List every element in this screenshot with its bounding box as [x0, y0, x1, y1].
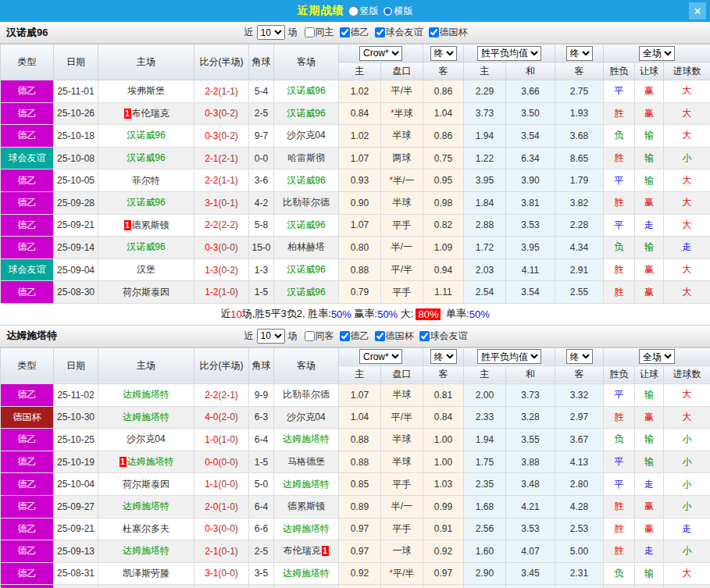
corners-cell: 1-3: [249, 258, 274, 281]
avg-lose-cell: 2.97: [555, 406, 604, 429]
odds-time-select[interactable]: 终: [430, 349, 457, 364]
goals-result-cell: 小: [664, 540, 710, 563]
dropdown-header-cell: 终: [555, 45, 604, 62]
avg-win-cell: 1.60: [464, 540, 506, 563]
team-name: 杜塞尔多夫: [123, 523, 169, 534]
home-odds-cell: 0.84: [339, 102, 381, 125]
dropdown-header-cell: 终: [423, 347, 464, 365]
match-date-cell: 25-10-05: [54, 169, 98, 192]
home-team-cell: 汉诺威96: [98, 147, 194, 169]
match-row: 德乙25-10-261布伦瑞克0-3(0-2)2-5汉诺威960.84*半球1.…: [1, 102, 710, 125]
odds-time-select[interactable]: 终: [430, 46, 457, 61]
match-date-cell: 25-09-28: [54, 191, 98, 214]
avg-win-cell: 3.73: [464, 102, 506, 125]
team-name: 菲尔特: [132, 175, 160, 186]
league-checkbox[interactable]: [419, 331, 430, 341]
match-row: 德乙25-11-02达姆施塔特2-2(2-1)9-9比勒菲尔德1.07半球0.8…: [1, 383, 710, 406]
wdl-time-select[interactable]: 终: [566, 349, 593, 364]
away-odds-cell: 0.94: [423, 258, 464, 281]
layout-vertical-option[interactable]: 竖版: [348, 5, 379, 18]
full-match-select[interactable]: 全场: [639, 349, 675, 364]
dropdown-header-cell: Crow*: [339, 347, 423, 365]
league-type-cell: 德乙: [1, 237, 54, 259]
wdl-avg-select[interactable]: 胜平负均值: [477, 46, 541, 61]
league-checkbox[interactable]: [340, 27, 350, 37]
vertical-radio[interactable]: [348, 6, 359, 16]
away-team-cell: 汉诺威96: [274, 102, 339, 125]
corners-cell: 1-5: [249, 281, 274, 304]
home-odds-cell: 0.79: [339, 281, 381, 304]
league-type-cell: 德乙: [1, 473, 54, 496]
team-name: 埃弗斯堡: [127, 85, 165, 96]
match-filter: 近10场同客德乙德国杯球会友谊: [243, 329, 468, 344]
league-type-cell: 球会友谊: [1, 258, 54, 281]
home-odds-cell: 0.97: [339, 518, 381, 540]
goals-result-cell: 大: [664, 562, 710, 585]
wdl-time-select[interactable]: 终: [566, 46, 593, 61]
league-type-cell: 球会友谊: [1, 147, 54, 169]
home-team-cell: 杜塞尔多夫: [98, 518, 194, 540]
league-filter-label: 球会友谊: [430, 330, 468, 343]
recent-count-select[interactable]: 10: [257, 329, 285, 344]
team-name: 汉诺威96: [127, 152, 165, 163]
away-team-cell: 达姆施塔特: [274, 473, 339, 496]
away-odds-cell: 0.86: [423, 80, 464, 103]
match-row: 球会友谊25-09-04汉堡1-3(0-2)1-3汉诺威960.88平/半0.9…: [1, 258, 710, 281]
layout-horizontal-option[interactable]: 横版: [383, 5, 413, 18]
team-section-header: 达姆施塔特近10场同客德乙德国杯球会友谊: [0, 326, 710, 347]
away-team-cell: 达姆施塔特: [274, 429, 339, 451]
home-odds-cell: 0.97: [339, 540, 381, 563]
league-type-cell: 德乙: [1, 281, 54, 304]
panel-title: 近期战绩: [298, 4, 344, 18]
wdl-result-cell: 负: [604, 237, 635, 259]
score-cell: 1-1(0-0): [194, 473, 249, 496]
column-header: 日期: [54, 45, 98, 80]
avg-draw-cell: 3.54: [506, 125, 555, 148]
away-team-cell: 柏林赫塔: [274, 585, 339, 588]
fulltime-score: 1-0: [205, 434, 218, 445]
odds-company-select[interactable]: Crow*: [359, 46, 402, 61]
column-header: 类型: [1, 45, 54, 80]
handicap-cell: 平手: [381, 214, 423, 237]
away-odds-cell: 1.03: [423, 473, 464, 496]
wdl-result-cell: 负: [604, 429, 635, 451]
match-row: 德乙25-09-21杜塞尔多夫0-3(0-0)6-6达姆施塔特0.97平手0.9…: [1, 518, 710, 540]
recent-count-select[interactable]: 10: [257, 25, 285, 40]
corners-cell: 2-5: [249, 540, 274, 563]
handicap-cell: 平/半: [381, 80, 423, 103]
league-checkbox[interactable]: [340, 331, 350, 341]
team-name: 沙尔克04: [287, 412, 325, 422]
match-date-cell: 25-09-27: [54, 495, 98, 518]
same-venue-checkbox[interactable]: [305, 27, 315, 37]
halftime-score: (2-1): [219, 390, 238, 401]
horizontal-radio[interactable]: [383, 6, 393, 16]
match-row: 德乙25-09-13达姆施塔特2-1(0-1)2-5布伦瑞克10.97一球0.9…: [1, 540, 710, 563]
avg-lose-cell: 1.79: [555, 169, 604, 192]
away-team-cell: 汉诺威96: [274, 80, 339, 103]
same-venue-checkbox[interactable]: [305, 331, 315, 341]
team-name: 达姆施塔特: [283, 479, 330, 490]
match-row: 德国杯25-10-30达姆施塔特4-0(2-0)6-3沙尔克041.04平/半0…: [1, 406, 710, 429]
subcolumn-header: 胜负: [604, 62, 635, 80]
subcolumn-header: 主: [339, 365, 381, 383]
league-checkbox[interactable]: [375, 331, 385, 341]
red-card-icon: 1: [124, 220, 131, 230]
away-odds-cell: 0.91: [423, 518, 464, 540]
fulltime-score: 2-2: [205, 86, 218, 97]
away-odds-cell: 1.00: [423, 429, 464, 451]
close-button[interactable]: ✕: [689, 2, 706, 20]
avg-win-cell: 3.95: [464, 169, 506, 192]
score-cell: 3-1(0-0): [194, 562, 249, 585]
match-date-cell: 25-10-30: [54, 406, 98, 429]
wdl-avg-select[interactable]: 胜平负均值: [477, 349, 541, 364]
full-match-select[interactable]: 全场: [639, 46, 675, 61]
wdl-result-cell: 平: [604, 383, 635, 406]
goals-result-cell: 走: [664, 237, 710, 259]
away-team-cell: 哈雷斯彻: [274, 147, 339, 169]
league-checkbox[interactable]: [375, 27, 385, 37]
odds-company-select[interactable]: Crow*: [359, 349, 402, 364]
handicap-cell: 半/一: [381, 495, 423, 518]
league-checkbox[interactable]: [429, 27, 439, 37]
games-label: 场: [288, 330, 298, 343]
team-name: 布伦瑞克: [132, 108, 169, 119]
